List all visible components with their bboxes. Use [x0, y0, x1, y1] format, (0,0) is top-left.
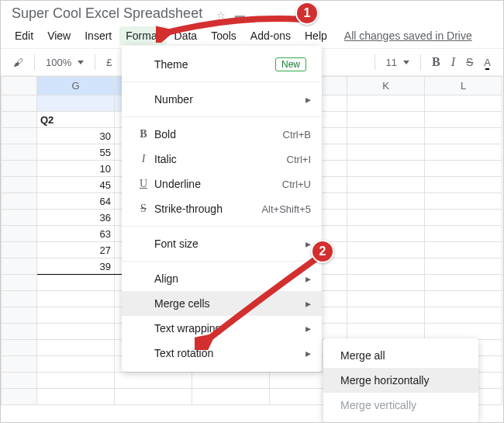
cell[interactable]: 30: [37, 128, 115, 144]
fontsize-selector[interactable]: 11: [381, 54, 414, 71]
cell[interactable]: Q2: [37, 112, 115, 128]
cell[interactable]: 64: [37, 193, 115, 210]
cell[interactable]: 63: [37, 226, 115, 242]
cell[interactable]: 10: [37, 161, 115, 177]
save-status[interactable]: All changes saved in Drive: [338, 26, 478, 45]
currency-icon[interactable]: £: [102, 54, 116, 71]
italic-button[interactable]: I: [447, 52, 460, 72]
cell[interactable]: 36: [37, 210, 115, 226]
annotation-arrow: [156, 12, 311, 43]
bold-button[interactable]: B: [427, 52, 445, 72]
chevron-right-icon: ▸: [306, 93, 311, 106]
annotation-arrow: [195, 249, 326, 350]
new-badge: New: [275, 57, 306, 71]
bold-icon: B: [133, 128, 154, 140]
text-color-button[interactable]: A: [479, 54, 495, 71]
cell[interactable]: 45: [37, 177, 115, 193]
zoom-selector[interactable]: 100%: [41, 54, 88, 71]
menu-view[interactable]: View: [41, 26, 77, 45]
merge-submenu: Merge all Merge horizontally Merge verti…: [323, 338, 478, 422]
col-header[interactable]: K: [347, 77, 425, 95]
underline-icon: U: [133, 178, 154, 190]
menu-insert[interactable]: Insert: [78, 26, 118, 45]
cell[interactable]: 39: [37, 258, 115, 275]
merge-vertically: Merge vertically: [323, 393, 478, 418]
annotation-badge-1: 1: [295, 2, 319, 25]
annotation-badge-2: 2: [311, 240, 334, 263]
menu-edit[interactable]: Edit: [9, 26, 40, 45]
cell[interactable]: 55: [37, 144, 115, 161]
paint-format-icon[interactable]: 🖌: [9, 54, 28, 71]
menu-item-number[interactable]: Number▸: [122, 87, 322, 112]
menu-item-theme[interactable]: Theme New: [122, 52, 322, 77]
merge-all[interactable]: Merge all: [323, 343, 478, 368]
menu-item-strike[interactable]: SStrike-throughAlt+Shift+5: [122, 196, 322, 221]
menu-item-italic[interactable]: IItalicCtrl+I: [122, 147, 322, 172]
col-header[interactable]: L: [425, 77, 502, 95]
strike-icon: S: [133, 203, 154, 215]
italic-icon: I: [133, 153, 154, 165]
strike-button[interactable]: S: [461, 53, 478, 71]
merge-horizontally[interactable]: Merge horizontally: [323, 368, 478, 393]
menu-item-bold[interactable]: BBoldCtrl+B: [122, 122, 322, 147]
chevron-right-icon: ▸: [306, 238, 311, 250]
col-header[interactable]: G: [37, 77, 115, 95]
cell[interactable]: 27: [37, 242, 115, 258]
menu-item-underline[interactable]: UUnderlineCtrl+U: [122, 172, 322, 196]
